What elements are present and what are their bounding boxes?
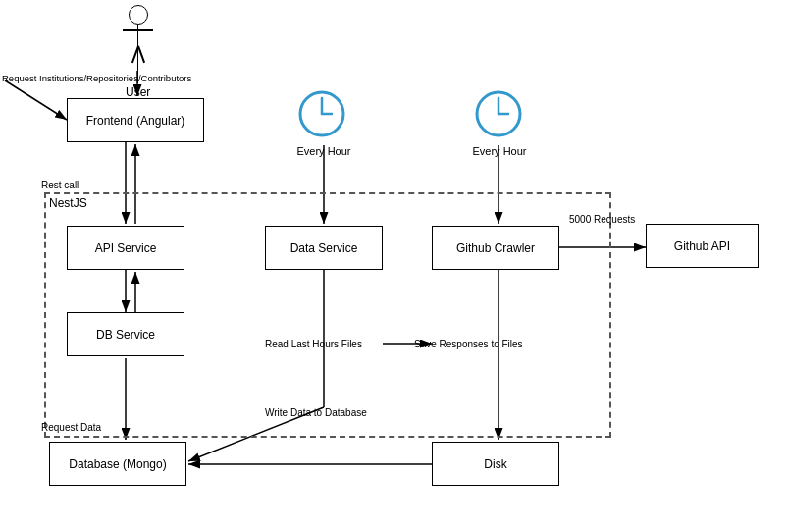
architecture-diagram: User Request Institutions/Repositories/C… — [0, 0, 787, 532]
clock-icon-1 — [296, 88, 347, 142]
db-service-box: DB Service — [67, 312, 184, 356]
github-crawler-box: Github Crawler — [432, 226, 559, 270]
frontend-box: Frontend (Angular) — [67, 98, 204, 142]
clock-2-label: Every Hour — [465, 145, 534, 157]
clock-svg-1 — [296, 88, 347, 139]
db-service-label: DB Service — [96, 328, 155, 342]
svg-line-3 — [5, 80, 67, 120]
api-service-box: API Service — [67, 226, 184, 270]
database-label: Database (Mongo) — [69, 457, 166, 471]
actor-label: User — [126, 85, 150, 99]
actor-arms — [123, 29, 153, 31]
database-box: Database (Mongo) — [49, 442, 186, 486]
api-service-label: API Service — [95, 241, 157, 255]
rest-call-label: Rest call — [41, 180, 79, 190]
actor-user: User — [126, 5, 150, 99]
disk-box: Disk — [432, 442, 559, 486]
actor-right-leg — [137, 46, 145, 63]
clock-svg-2 — [473, 88, 524, 139]
disk-label: Disk — [484, 457, 506, 471]
data-service-label: Data Service — [290, 241, 358, 255]
github-crawler-label: Github Crawler — [456, 241, 535, 255]
nestjs-label: NestJS — [49, 196, 87, 210]
save-responses-label: Save Responses to Files — [414, 339, 523, 349]
write-data-label: Write Data to Database — [265, 407, 367, 418]
github-api-box: Github API — [646, 224, 759, 268]
data-service-box: Data Service — [265, 226, 383, 270]
clock-icon-2 — [473, 88, 524, 142]
clock-1-label: Every Hour — [289, 145, 358, 157]
read-last-hours-label: Read Last Hours Files — [265, 339, 362, 349]
actor-head — [129, 5, 148, 25]
request-data-label: Request Data — [41, 422, 101, 433]
github-api-label: Github API — [674, 239, 730, 253]
5000-requests-label: 5000 Requests — [569, 214, 635, 225]
request-label: Request Institutions/Repositories/Contri… — [2, 73, 191, 83]
frontend-label: Frontend (Angular) — [86, 114, 185, 128]
